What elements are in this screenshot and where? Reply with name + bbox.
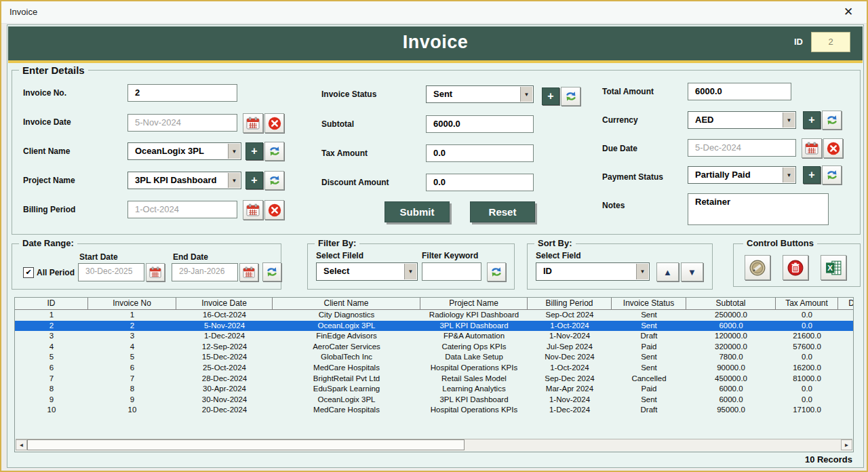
- billing-period-input[interactable]: 1-Oct-2024: [127, 201, 237, 218]
- column-header[interactable]: Invoice No: [88, 298, 176, 309]
- all-period-checkbox[interactable]: ✔: [23, 267, 34, 278]
- refresh-payment-status-button[interactable]: [822, 165, 842, 184]
- column-header[interactable]: Invoice Status: [612, 298, 686, 309]
- billing-period-calendar-button[interactable]: [243, 200, 263, 220]
- chevron-down-icon[interactable]: ▼: [228, 173, 240, 188]
- scrollbar-thumb[interactable]: [27, 439, 465, 450]
- scroll-right-icon[interactable]: ►: [841, 439, 852, 450]
- due-date-input[interactable]: 5-Dec-2024: [688, 139, 796, 157]
- delete-button[interactable]: [783, 255, 808, 280]
- export-excel-button[interactable]: [821, 255, 846, 280]
- add-client-button[interactable]: +: [245, 142, 263, 160]
- refresh-projects-button[interactable]: [264, 171, 284, 190]
- table-cell: Hospital Operations KPIs: [420, 363, 528, 374]
- chevron-down-icon[interactable]: ▼: [636, 264, 648, 279]
- total-amount-input[interactable]: 6000.0: [688, 83, 791, 100]
- column-header[interactable]: Client Name: [273, 298, 420, 309]
- invoice-status-combobox[interactable]: Sent ▼: [426, 85, 534, 103]
- reset-button[interactable]: Reset: [470, 201, 535, 222]
- client-name-label: Client Name: [23, 146, 70, 156]
- edit-button[interactable]: [745, 255, 770, 280]
- start-date-input[interactable]: 30-Dec-2025: [78, 263, 144, 281]
- table-row[interactable]: 8830-Apr-2024EduSpark LearningLearning A…: [15, 384, 853, 395]
- sort-ascending-button[interactable]: ▲: [656, 262, 679, 281]
- table-cell: [838, 331, 854, 342]
- horizontal-scrollbar[interactable]: ◄ ►: [16, 439, 852, 451]
- sort-field-value: ID: [543, 266, 552, 276]
- table-cell: 4: [88, 342, 176, 353]
- table-row[interactable]: 5515-Dec-2024GlobalTech IncData Lake Set…: [15, 352, 853, 363]
- table-row[interactable]: 225-Nov-2024OceanLogix 3PL3PL KPI Dashbo…: [15, 321, 853, 332]
- add-status-button[interactable]: +: [542, 87, 559, 105]
- table-cell: 28-Dec-2024: [176, 374, 273, 385]
- table-row[interactable]: 101020-Dec-2024MedCare HospitalsHospital…: [15, 405, 853, 416]
- table-row[interactable]: 7728-Dec-2024BrightRetail Pvt LtdRetail …: [15, 374, 853, 385]
- end-date-input[interactable]: 29-Jan-2026: [172, 263, 238, 281]
- invoice-date-input[interactable]: 5-Nov-2024: [127, 114, 237, 132]
- client-name-combobox[interactable]: OceanLogix 3PL ▼: [127, 142, 241, 160]
- table-row[interactable]: 331-Dec-2024FinEdge AdvisorsFP&A Automat…: [15, 331, 853, 342]
- table-cell: 5-Nov-2024: [176, 321, 273, 332]
- notes-input[interactable]: Retainer: [688, 193, 829, 225]
- discount-amount-input[interactable]: 0.0: [426, 174, 534, 191]
- filter-keyword-input[interactable]: [422, 262, 481, 281]
- invoice-date-calendar-button[interactable]: [243, 113, 263, 133]
- due-date-clear-button[interactable]: [823, 138, 843, 158]
- refresh-currency-button[interactable]: [822, 111, 842, 130]
- date-range-legend: Date Range:: [19, 238, 77, 248]
- table-cell: [838, 310, 854, 321]
- table-row[interactable]: 4412-Sep-2024AeroCater ServicesCatering …: [15, 342, 853, 353]
- invoice-date-clear-button[interactable]: [264, 113, 284, 133]
- table-cell: Retail Sales Model: [420, 374, 528, 385]
- due-date-calendar-button[interactable]: [802, 138, 822, 158]
- client-name-value: OceanLogix 3PL: [135, 146, 204, 156]
- table-cell: [838, 352, 854, 363]
- add-project-button[interactable]: +: [245, 172, 263, 189]
- sync-icon: [490, 265, 503, 279]
- column-header[interactable]: Project Name: [420, 298, 528, 309]
- subtotal-input[interactable]: 6000.0: [426, 115, 534, 133]
- column-header[interactable]: Subtotal: [686, 298, 776, 309]
- column-header[interactable]: ID: [15, 298, 88, 309]
- table-row[interactable]: 9930-Nov-2024OceanLogix 3PL3PL KPI Dashb…: [15, 395, 853, 406]
- table-row[interactable]: 6625-Oct-2024MedCare HospitalsHospital O…: [15, 363, 853, 374]
- billing-period-clear-button[interactable]: [264, 200, 284, 220]
- sort-descending-button[interactable]: ▼: [681, 262, 703, 281]
- column-header[interactable]: Billing Period: [528, 298, 612, 309]
- chevron-down-icon[interactable]: ▼: [520, 87, 532, 102]
- table-cell: AeroCater Services: [273, 342, 420, 353]
- start-date-calendar-button[interactable]: [146, 263, 165, 281]
- currency-combobox[interactable]: AED ▼: [688, 111, 796, 129]
- payment-status-combobox[interactable]: Partially Paid ▼: [688, 166, 796, 184]
- submit-button[interactable]: Submit: [384, 201, 450, 222]
- table-cell: [838, 374, 854, 385]
- scroll-left-icon[interactable]: ◄: [16, 439, 27, 450]
- refresh-clients-button[interactable]: [264, 142, 284, 161]
- sort-field-combobox[interactable]: ID ▼: [536, 262, 650, 281]
- column-header[interactable]: Tax Amount: [776, 298, 838, 309]
- chevron-down-icon[interactable]: ▼: [783, 168, 795, 182]
- column-header[interactable]: Invoice Date: [176, 298, 273, 309]
- refresh-status-button[interactable]: [561, 87, 580, 106]
- add-payment-status-button[interactable]: +: [803, 166, 821, 184]
- chevron-down-icon[interactable]: ▼: [404, 264, 416, 279]
- invoice-no-input[interactable]: 2: [127, 84, 237, 102]
- filter-refresh-button[interactable]: [487, 262, 506, 281]
- tax-amount-input[interactable]: 0.0: [426, 144, 534, 162]
- filter-field-combobox[interactable]: Select ▼: [316, 262, 418, 281]
- date-range-refresh-button[interactable]: [262, 262, 281, 281]
- end-date-calendar-button[interactable]: [239, 263, 258, 281]
- chevron-down-icon[interactable]: ▼: [783, 113, 795, 127]
- project-name-combobox[interactable]: 3PL KPI Dashboard ▼: [127, 172, 241, 189]
- add-currency-button[interactable]: +: [803, 111, 821, 129]
- close-icon[interactable]: ✕: [840, 4, 857, 20]
- invoice-status-value: Sent: [433, 89, 452, 99]
- table-cell: 7: [15, 374, 88, 385]
- column-header[interactable]: D: [838, 298, 854, 309]
- table-cell: 30-Nov-2024: [176, 395, 273, 406]
- table-row[interactable]: 1116-Oct-2024City DiagnosticsRadiology K…: [15, 310, 853, 321]
- table-cell: Learning Analytics: [420, 384, 528, 395]
- table-cell: GlobalTech Inc: [273, 352, 420, 363]
- id-field[interactable]: 2: [811, 32, 850, 52]
- chevron-down-icon[interactable]: ▼: [228, 144, 240, 159]
